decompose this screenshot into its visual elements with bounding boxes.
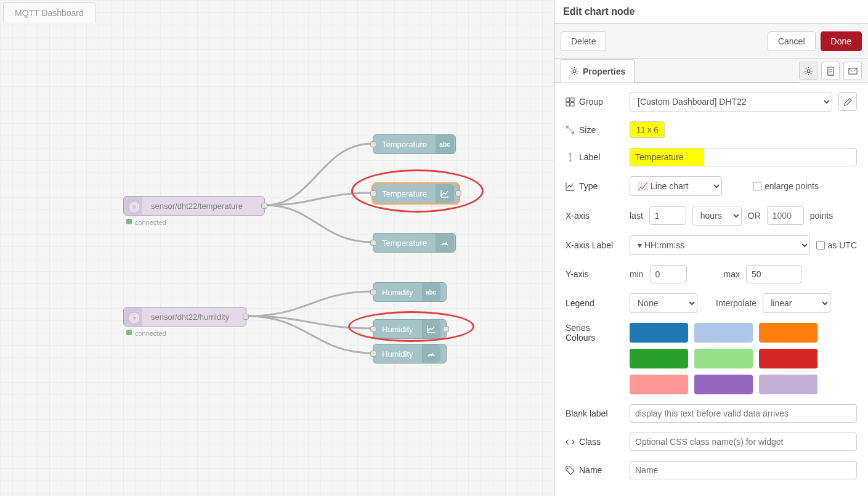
colour-swatch[interactable] <box>630 349 688 368</box>
gauge-icon <box>436 234 454 252</box>
edit-group-button[interactable] <box>838 92 857 111</box>
legend-select[interactable]: None <box>630 293 697 313</box>
name-label: Name <box>566 465 621 475</box>
port-out[interactable] <box>455 190 461 197</box>
wires <box>0 0 554 496</box>
size-value[interactable]: 11 x 6 <box>630 121 665 138</box>
type-label: Type <box>566 181 621 191</box>
status-dot <box>126 219 132 224</box>
svg-rect-6 <box>566 102 570 106</box>
colour-swatch[interactable] <box>694 323 753 343</box>
text-icon: abc <box>422 283 440 301</box>
appearance-button[interactable] <box>843 62 862 80</box>
chart-icon <box>436 184 454 203</box>
description-button[interactable] <box>821 62 840 80</box>
status-label: connected <box>135 330 166 337</box>
interpolate-select[interactable]: linear <box>763 293 830 313</box>
grid-icon <box>566 97 575 107</box>
delete-button[interactable]: Delete <box>561 31 606 51</box>
mqtt-icon <box>124 307 142 326</box>
group-select[interactable]: [Custom Dashboard] DHT22 <box>630 92 832 112</box>
panel-title: Edit chart node <box>554 0 868 24</box>
gear-icon <box>570 67 579 76</box>
blank-input[interactable] <box>630 404 857 423</box>
port-in[interactable] <box>370 289 376 295</box>
port-out[interactable] <box>261 203 267 209</box>
text-icon: abc <box>436 135 454 153</box>
done-button[interactable]: Done <box>821 31 862 51</box>
port-in[interactable] <box>370 141 376 147</box>
svg-rect-4 <box>566 97 570 101</box>
xlabel-select[interactable]: ▾ HH:mm:ss <box>630 235 810 255</box>
yaxis-label: Y-axis <box>566 269 621 279</box>
colours-label: Series Colours <box>566 323 621 343</box>
colour-swatch[interactable] <box>759 375 817 394</box>
xaxis-unit-select[interactable]: hours <box>692 206 742 226</box>
svg-point-0 <box>573 70 576 73</box>
name-input[interactable] <box>630 461 857 479</box>
workspace-tab[interactable]: MQTT Dashboard <box>3 2 95 23</box>
gauge-icon <box>422 344 440 363</box>
port-in[interactable] <box>370 190 376 197</box>
port-in[interactable] <box>370 326 376 332</box>
xaxis-label-label: X-axis Label <box>566 240 621 250</box>
colour-swatch[interactable] <box>694 375 753 394</box>
node-chart-temperature[interactable]: Temperature <box>373 184 459 203</box>
svg-point-1 <box>807 70 810 73</box>
port-out[interactable] <box>243 314 249 320</box>
mqtt-icon <box>124 197 142 215</box>
port-out[interactable] <box>443 326 449 332</box>
colour-swatch[interactable] <box>759 323 817 343</box>
tab-properties[interactable]: Properties <box>561 59 635 83</box>
tag-icon <box>566 466 575 475</box>
node-mqtt-temperature[interactable]: sensor/dht22/temperature connected <box>123 196 265 216</box>
node-gauge-humidity[interactable]: Humidity <box>373 344 447 364</box>
node-text-humidity[interactable]: Humidity abc <box>373 282 447 302</box>
port-in[interactable] <box>370 240 376 246</box>
svg-rect-5 <box>570 97 574 101</box>
blank-label: Blank label <box>566 409 621 418</box>
status-dot <box>126 330 132 335</box>
xaxis-points-input[interactable] <box>767 206 804 225</box>
code-icon <box>566 437 575 447</box>
colour-swatch[interactable] <box>630 375 688 394</box>
chart-line-icon <box>566 182 575 191</box>
xaxis-label: X-axis <box>566 211 621 221</box>
chart-icon <box>422 320 440 338</box>
colour-swatch[interactable] <box>694 349 753 368</box>
flow-canvas[interactable]: MQTT Dashboard sensor/dht22/temperature … <box>0 0 554 496</box>
colour-swatch[interactable] <box>759 349 817 368</box>
port-in[interactable] <box>370 351 376 357</box>
series-colours <box>630 323 817 394</box>
ymin-input[interactable] <box>650 265 687 283</box>
class-label: Class <box>566 437 621 447</box>
group-label: Group <box>566 97 621 107</box>
legend-label: Legend <box>566 298 621 308</box>
class-input[interactable] <box>630 433 857 451</box>
node-mqtt-humidity[interactable]: sensor/dht22/humidity connected <box>123 307 246 327</box>
cancel-button[interactable]: Cancel <box>768 31 816 51</box>
enlarge-checkbox[interactable]: enlarge points <box>753 181 819 191</box>
label-input[interactable] <box>630 148 857 166</box>
size-icon <box>566 125 575 134</box>
node-chart-humidity[interactable]: Humidity <box>373 319 447 339</box>
ymax-input[interactable] <box>746 265 801 283</box>
svg-point-8 <box>567 467 569 468</box>
gear-button[interactable] <box>799 62 817 80</box>
status-label: connected <box>135 219 166 226</box>
properties-panel: Edit chart node Delete Cancel Done Prope… <box>554 0 868 496</box>
type-select[interactable]: 📈 Line chart <box>630 176 722 196</box>
size-label: Size <box>566 125 621 135</box>
colour-swatch[interactable] <box>630 323 688 343</box>
label-label: Label <box>566 152 621 162</box>
node-text-temperature[interactable]: Temperature abc <box>373 134 456 154</box>
node-gauge-temperature[interactable]: Temperature <box>373 233 456 253</box>
utc-checkbox[interactable]: as UTC <box>816 240 857 250</box>
svg-rect-7 <box>570 102 574 106</box>
text-cursor-icon <box>566 153 575 162</box>
xaxis-count-input[interactable] <box>649 206 686 225</box>
